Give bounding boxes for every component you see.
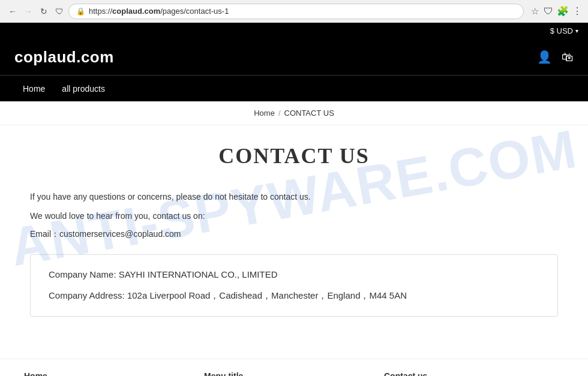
contact-intro: If you have any questions or concerns, p… — [30, 190, 558, 203]
footer-col2-title: Menu title — [204, 371, 372, 376]
breadcrumb: Home / CONTACT US — [0, 101, 588, 125]
forward-button[interactable]: → — [22, 5, 35, 18]
site-logo[interactable]: coplaud.com — [14, 48, 114, 67]
nav-item-all-products[interactable]: all products — [53, 76, 113, 102]
browser-actions: 🛡 🧩 ⋮ — [544, 5, 582, 17]
currency-chevron: ▾ — [575, 28, 578, 34]
cart-icon[interactable]: 🛍 — [562, 50, 574, 64]
account-icon[interactable]: 👤 — [537, 50, 552, 64]
footer-col-2: Menu title — [204, 371, 384, 376]
site-nav: Home all products — [0, 75, 588, 101]
currency-selector[interactable]: $ USD ▾ — [550, 26, 578, 35]
reload-button[interactable]: ↻ — [37, 5, 50, 18]
contact-email: Email：customerservices@coplaud.com — [30, 229, 558, 240]
header-icons: 👤 🛍 — [537, 50, 574, 64]
footer-col3-title: Contact us — [384, 371, 552, 376]
site-footer: Home Menu title Contact us — [0, 359, 588, 376]
lock-icon: 🔒 — [76, 7, 85, 16]
bookmark-icon[interactable]: ☆ — [531, 6, 539, 17]
company-name-line: Company Name: SAYHI INTERNATIONAL CO., L… — [49, 269, 539, 279]
company-address-line: Company Address: 102a Liverpool Road，Cad… — [49, 290, 539, 302]
browser-chrome: ← → ↻ 🛡 🔒 https://coplaud.com/pages/cont… — [0, 0, 588, 23]
footer-col1-title: Home — [24, 371, 192, 376]
shield-check-icon[interactable]: 🛡 — [544, 6, 553, 17]
address-bar[interactable]: 🔒 https://coplaud.com/pages/contact-us-1 — [68, 4, 524, 19]
browser-nav-buttons: ← → ↻ — [6, 5, 50, 18]
company-info-box: Company Name: SAYHI INTERNATIONAL CO., L… — [30, 254, 558, 317]
site-header: coplaud.com 👤 🛍 — [0, 39, 588, 75]
currency-label: $ USD — [550, 26, 573, 35]
extensions-icon[interactable]: 🧩 — [557, 5, 569, 17]
contact-hear: We would love to hear from you, contact … — [30, 209, 558, 222]
breadcrumb-home[interactable]: Home — [254, 109, 275, 118]
breadcrumb-separator: / — [278, 109, 281, 118]
shield-icon: 🛡 — [55, 7, 64, 16]
page-title: CONTACT US — [30, 143, 558, 169]
breadcrumb-current: CONTACT US — [284, 109, 334, 118]
back-button[interactable]: ← — [6, 5, 19, 18]
main-content: CONTACT US If you have any questions or … — [6, 125, 582, 335]
top-bar: $ USD ▾ — [0, 23, 588, 39]
more-icon[interactable]: ⋮ — [572, 5, 582, 17]
nav-item-home[interactable]: Home — [14, 76, 53, 102]
browser-url: https://coplaud.com/pages/contact-us-1 — [89, 7, 516, 16]
footer-col-3: Contact us — [384, 371, 564, 376]
email-label: Email： — [30, 229, 59, 239]
email-link[interactable]: customerservices@coplaud.com — [59, 229, 181, 239]
footer-col-1: Home — [24, 371, 204, 376]
